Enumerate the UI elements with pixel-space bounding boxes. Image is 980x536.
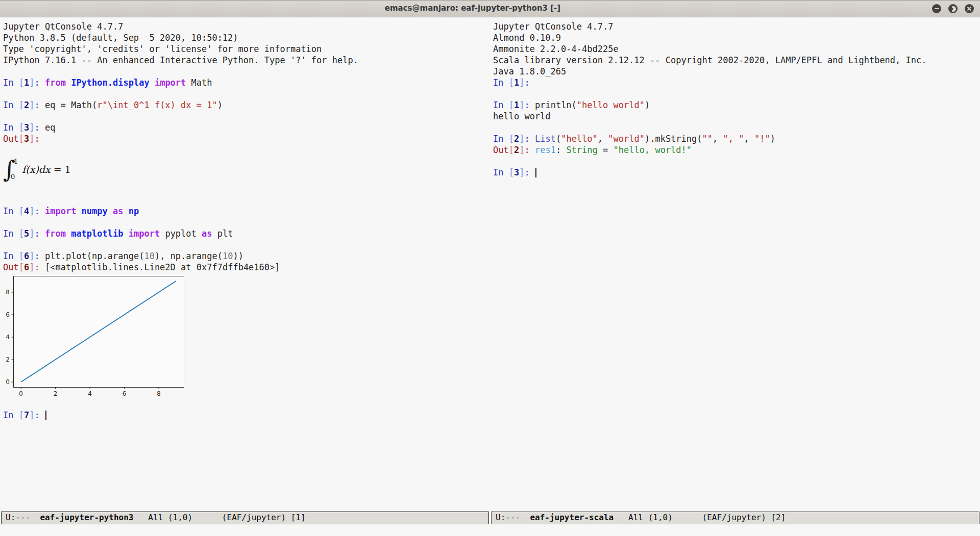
console-text: In <box>3 206 19 216</box>
integral-limits: 10 <box>14 156 18 183</box>
console-line: Scala library version 2.12.12 -- Copyrig… <box>493 55 980 66</box>
console-line: Jupyter QtConsole 4.7.7 <box>493 21 980 32</box>
console-pane-python3[interactable]: Jupyter QtConsole 4.7.7Python 3.8.5 (def… <box>0 17 490 512</box>
console-line-blank <box>493 156 980 167</box>
console-line: In [2]: eq = Math(r"\int_0^1 f(x) dx = 1… <box>3 99 490 111</box>
console-text: 10 <box>144 251 154 261</box>
console-text: In <box>3 251 19 261</box>
console-text: 1 <box>514 78 519 88</box>
console-text: : <box>524 167 534 177</box>
mode-line-scala[interactable]: U:--- eaf-jupyter-scala All (1,0) (EAF/j… <box>491 512 979 524</box>
console-line: Type 'copyright', 'credits' or 'license'… <box>3 43 490 55</box>
console-line: In [6]: plt.plot(np.arange(10), np.arang… <box>3 250 490 262</box>
console-line: In [7]: <box>3 410 490 421</box>
console-text: ] <box>29 206 34 216</box>
console-line: Ammonite 2.2.0-4-4bd225e <box>493 43 980 55</box>
console-text: ] <box>519 78 524 88</box>
console-text: import <box>155 78 191 88</box>
console-text: ] <box>29 251 34 261</box>
console-pane-scala[interactable]: Jupyter QtConsole 4.7.7Almond 0.10.9Ammo… <box>490 17 980 512</box>
mode-line-text: U:--- <box>6 513 40 522</box>
console-text: In <box>3 78 19 88</box>
console-text: : <box>524 145 534 155</box>
console-line-blank <box>3 398 490 410</box>
x-tick-label: 4 <box>88 390 92 397</box>
console-text: ] <box>29 100 34 110</box>
console-text: Out <box>3 262 19 272</box>
console-text: ] <box>29 134 34 144</box>
console-text: Ammonite 2.2.0-4-4bd225e <box>493 44 619 54</box>
console-text: 2 <box>514 134 519 144</box>
console-line-blank <box>3 88 490 99</box>
console-line: Java 1.8.0_265 <box>493 66 980 77</box>
console-line: In [4]: import numpy as np <box>3 206 490 217</box>
console-text: matplotlib <box>71 228 129 239</box>
console-line: In [2]: List("hello", "world").mkString(… <box>493 133 980 144</box>
console-text: , <box>713 134 723 144</box>
console-text: ] <box>29 410 34 420</box>
mode-line-text: All (1,0) (EAF/jupyter) [2] <box>614 513 786 522</box>
console-text: 5 <box>24 228 29 239</box>
y-tick-label: 8 <box>6 289 10 296</box>
console-text: ] <box>519 134 524 144</box>
console-text: : <box>34 134 44 144</box>
console-text: 3 <box>24 134 29 144</box>
console-line-blank <box>3 194 490 206</box>
console-text: eq <box>45 122 55 133</box>
console-text: : <box>34 206 44 216</box>
console-text: import <box>45 206 82 216</box>
window-title: emacs@manjaro: eaf-jupyter-python3 [-] <box>0 1 980 16</box>
text-cursor <box>535 168 536 177</box>
console-text: [ <box>19 206 24 216</box>
console-line: Out[2]: res1: String = "hello, world!" <box>493 144 980 156</box>
console-text: Scala library version 2.12.12 -- Copyrig… <box>493 55 927 65</box>
console-text: ] <box>29 122 34 133</box>
console-text: [<matplotlib.lines.Line2D at 0x7f7dffb4e… <box>45 262 280 272</box>
console-text: : <box>34 100 44 110</box>
console-line: Python 3.8.5 (default, Sep 5 2020, 10:50… <box>3 32 490 43</box>
console-text: [ <box>19 122 24 133</box>
console-text: : <box>34 78 44 88</box>
buffer-name: eaf-jupyter-scala <box>530 513 614 522</box>
console-text: ] <box>29 228 34 239</box>
console-text: 4 <box>24 206 29 216</box>
y-tick-label: 0 <box>6 378 10 386</box>
console-text: from <box>45 78 71 88</box>
console-text: pyplot <box>165 228 202 239</box>
buffer-name: eaf-jupyter-python3 <box>40 513 133 522</box>
minimize-button[interactable] <box>932 4 941 13</box>
console-text: : <box>524 100 534 110</box>
console-line-blank <box>3 183 490 194</box>
console-text: 3 <box>24 122 29 133</box>
console-text: : <box>34 251 44 261</box>
console-text: [ <box>19 262 24 272</box>
mode-line-python3[interactable]: U:--- eaf-jupyter-python3 All (1,0) (EAF… <box>1 512 489 524</box>
console-line-blank <box>493 88 980 99</box>
console-text: "world" <box>608 134 645 144</box>
title-bar[interactable]: emacs@manjaro: eaf-jupyter-python3 [-] <box>0 0 980 17</box>
console-text: [ <box>509 78 514 88</box>
console-text: ) <box>217 100 223 110</box>
console-text: 2 <box>24 100 29 110</box>
console-text: ] <box>29 262 34 272</box>
console-text: Math <box>191 78 212 88</box>
console-text: [ <box>19 228 24 239</box>
restore-button[interactable] <box>948 4 958 13</box>
console-text: Java 1.8.0_265 <box>493 66 566 76</box>
console-text: : <box>34 410 44 420</box>
console-text: Python 3.8.5 (default, Sep 5 2020, 10:50… <box>3 33 238 43</box>
mode-line-text: All (1,0) (EAF/jupyter) [1] <box>133 513 305 522</box>
close-button[interactable] <box>965 4 974 13</box>
console-text: from <box>45 228 71 239</box>
console-text: IPython.display <box>71 78 155 88</box>
console-text: "hello" <box>561 134 598 144</box>
console-text: : <box>556 145 566 155</box>
console-text: : <box>524 78 534 88</box>
y-tick-label: 4 <box>6 334 10 341</box>
console-text: ) <box>645 100 650 110</box>
console-text: eq = Math( <box>45 100 97 110</box>
console-line-blank <box>3 217 490 228</box>
console-line: Out[3]: <box>3 133 490 144</box>
console-text: ) <box>770 134 775 144</box>
console-line: Jupyter QtConsole 4.7.7 <box>3 21 490 32</box>
